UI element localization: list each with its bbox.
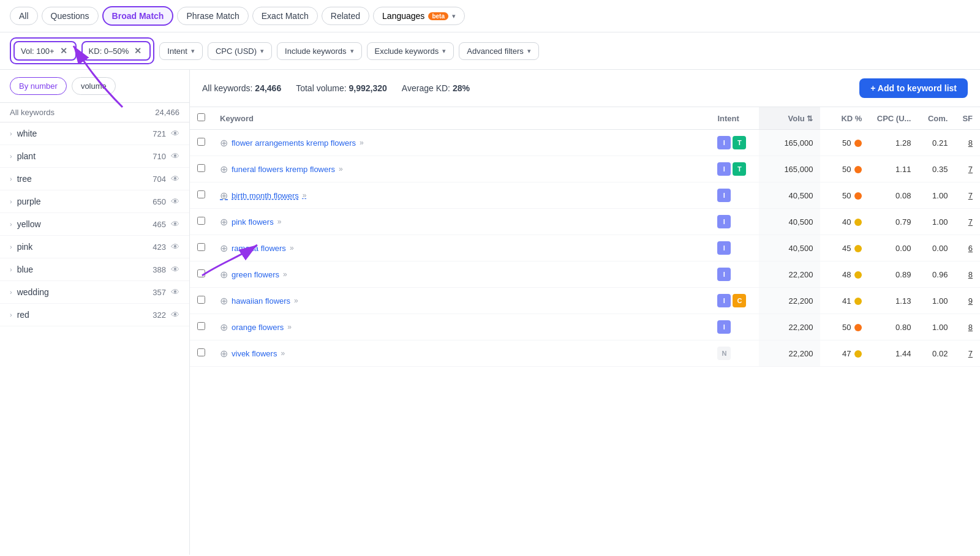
keyword-cell: ⊕ green flowers »	[213, 261, 710, 288]
sidebar-item[interactable]: › wedding 357 👁	[0, 281, 189, 304]
sidebar-item-count: 721	[153, 129, 166, 138]
row-checkbox[interactable]	[197, 322, 205, 330]
tab-phrase-match[interactable]: Phrase Match	[177, 7, 248, 25]
add-keyword-icon: ⊕	[220, 190, 228, 201]
sidebar-item[interactable]: › tree 704 👁	[0, 168, 189, 190]
total-volume-label: Total volume:	[296, 83, 346, 93]
kd-dot	[854, 192, 862, 200]
row-checkbox[interactable]	[197, 348, 205, 356]
keyword-link[interactable]: ⊕ vivek flowers »	[220, 348, 703, 359]
keyword-text: flower arrangements kremp flowers	[232, 138, 356, 148]
intent-dropdown[interactable]: Intent ▾	[159, 42, 203, 60]
eye-icon[interactable]: 👁	[171, 174, 179, 184]
content-header: All keywords: 24,466 Total volume: 9,992…	[190, 70, 980, 107]
keyword-link[interactable]: ⊕ green flowers »	[220, 269, 703, 280]
sidebar-item[interactable]: › yellow 465 👁	[0, 213, 189, 236]
tab-all[interactable]: All	[10, 7, 38, 25]
eye-icon[interactable]: 👁	[171, 219, 179, 229]
sidebar-item[interactable]: › plant 710 👁	[0, 145, 189, 168]
keyword-text: ramona flowers	[232, 244, 286, 253]
advanced-filters-dropdown[interactable]: Advanced filters ▾	[459, 42, 539, 60]
eye-icon[interactable]: 👁	[171, 287, 179, 297]
table-row: ⊕ orange flowers » I 22,200 50 0.80 1.00…	[190, 314, 980, 340]
kd-filter-remove[interactable]: ✕	[132, 45, 143, 56]
keyword-link[interactable]: ⊕ birth month flowers »	[220, 190, 703, 201]
exclude-keywords-dropdown[interactable]: Exclude keywords ▾	[367, 42, 454, 60]
com-cell: 0.00	[918, 235, 955, 261]
select-all-checkbox[interactable]	[197, 113, 205, 121]
keyword-link[interactable]: ⊕ ramona flowers »	[220, 242, 703, 254]
row-checkbox[interactable]	[197, 217, 205, 225]
kd-cell: 47	[820, 340, 869, 367]
keyword-link[interactable]: ⊕ flower arrangements kremp flowers »	[220, 137, 703, 149]
eye-icon[interactable]: 👁	[171, 310, 179, 320]
sidebar-header: All keywords 24,466	[0, 103, 189, 122]
table-row: ⊕ funeral flowers kremp flowers » IT 165…	[190, 156, 980, 182]
arrow-right-icon: »	[290, 244, 294, 252]
eye-icon[interactable]: 👁	[171, 129, 179, 138]
cpc-cell: 0.80	[869, 314, 918, 340]
intent-badge-t: T	[733, 162, 746, 176]
intent-badges: N	[717, 347, 752, 360]
keyword-text: funeral flowers kremp flowers	[232, 165, 335, 174]
kd-cell: 40	[820, 209, 869, 235]
eye-icon[interactable]: 👁	[171, 151, 179, 161]
intent-cell: I	[710, 261, 759, 288]
total-volume-value: 9,992,320	[349, 83, 387, 93]
sidebar-item[interactable]: › white 721 👁	[0, 122, 189, 145]
col-volume[interactable]: Volu ⇅	[759, 107, 820, 130]
advanced-chevron: ▾	[527, 47, 531, 55]
intent-badge-i: I	[717, 162, 731, 176]
eye-icon[interactable]: 👁	[171, 242, 179, 252]
eye-icon[interactable]: 👁	[171, 265, 179, 274]
sf-cell: 7	[955, 156, 980, 182]
avg-kd-label: Average KD:	[402, 83, 450, 93]
sidebar-item[interactable]: › purple 650 👁	[0, 190, 189, 213]
sidebar-item-count: 710	[153, 152, 166, 161]
table-row: ⊕ ramona flowers » I 40,500 45 0.00 0.00…	[190, 235, 980, 261]
eye-icon[interactable]: 👁	[171, 197, 179, 206]
include-chevron: ▾	[350, 47, 354, 55]
sf-cell: 7	[955, 182, 980, 209]
row-checkbox[interactable]	[197, 164, 205, 172]
sidebar-item[interactable]: › blue 388 👁	[0, 258, 189, 281]
table-row: ⊕ pink flowers » I 40,500 40 0.79 1.00 7	[190, 209, 980, 235]
row-checkbox[interactable]	[197, 190, 205, 198]
keyword-link[interactable]: ⊕ hawaiian flowers »	[220, 295, 703, 307]
sidebar-by-number-btn[interactable]: By number	[10, 77, 67, 95]
keyword-link[interactable]: ⊕ pink flowers »	[220, 216, 703, 228]
sidebar-item[interactable]: › red 322 👁	[0, 304, 189, 326]
col-com: Com.	[918, 107, 955, 130]
sidebar-item[interactable]: › pink 423 👁	[0, 236, 189, 258]
sidebar-item-chevron: ›	[10, 130, 12, 137]
cpc-cell: 1.13	[869, 288, 918, 314]
intent-cell: I	[710, 209, 759, 235]
keyword-cell: ⊕ hawaiian flowers »	[213, 288, 710, 314]
languages-label: Languages	[382, 11, 424, 21]
keyword-link[interactable]: ⊕ funeral flowers kremp flowers »	[220, 163, 703, 175]
cpc-dropdown[interactable]: CPC (USD) ▾	[208, 42, 272, 60]
vol-filter-remove[interactable]: ✕	[58, 45, 69, 56]
table-row: ⊕ green flowers » I 22,200 48 0.89 0.96 …	[190, 261, 980, 288]
volume-cell: 22,200	[759, 261, 820, 288]
add-to-keyword-list-btn[interactable]: + Add to keyword list	[859, 78, 968, 98]
row-checkbox[interactable]	[197, 296, 205, 304]
row-checkbox[interactable]	[197, 138, 205, 146]
row-checkbox[interactable]	[197, 269, 205, 277]
include-keywords-dropdown[interactable]: Include keywords ▾	[277, 42, 361, 60]
tab-broad-match[interactable]: Broad Match	[102, 6, 174, 26]
all-keywords-label: All keywords:	[202, 83, 252, 93]
keyword-link[interactable]: ⊕ orange flowers »	[220, 321, 703, 333]
cpc-label: CPC (USD)	[216, 47, 257, 56]
tab-related[interactable]: Related	[322, 7, 369, 25]
tab-exact-match[interactable]: Exact Match	[252, 7, 318, 25]
kd-dot	[854, 271, 862, 279]
tab-questions[interactable]: Questions	[42, 7, 99, 25]
row-checkbox[interactable]	[197, 243, 205, 251]
keyword-cell: ⊕ ramona flowers »	[213, 235, 710, 261]
intent-badge-t: T	[733, 136, 746, 149]
sf-cell: 8	[955, 314, 980, 340]
com-cell: 0.96	[918, 261, 955, 288]
languages-dropdown[interactable]: Languages beta ▾	[373, 7, 465, 25]
sidebar-volume-btn[interactable]: volume	[72, 77, 116, 95]
